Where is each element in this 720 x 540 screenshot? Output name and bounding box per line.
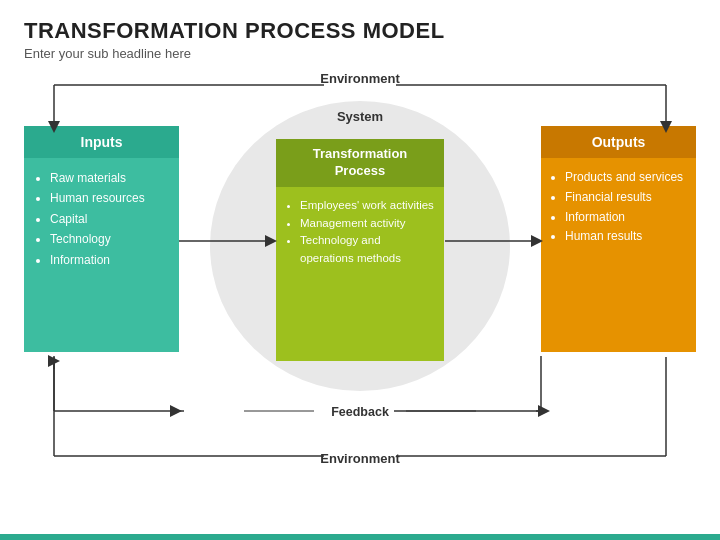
- inputs-header: Inputs: [24, 126, 179, 158]
- outputs-header: Outputs: [541, 126, 696, 158]
- list-item: Financial results: [565, 188, 686, 208]
- list-item: Raw materials: [50, 168, 169, 188]
- list-item: Technology: [50, 229, 169, 249]
- diagram: System Inputs Raw materials Human resour…: [24, 71, 696, 471]
- list-item: Capital: [50, 209, 169, 229]
- page-title: TRANSFORMATION PROCESS MODEL: [24, 18, 696, 44]
- list-item: Information: [565, 208, 686, 228]
- inputs-list: Raw materials Human resources Capital Te…: [40, 168, 169, 270]
- transformation-header: Transformation Process: [276, 139, 444, 187]
- outputs-box: Outputs Products and services Financial …: [541, 126, 696, 356]
- transformation-box: Transformation Process Employees' work a…: [276, 139, 444, 359]
- feedback-label: Feedback: [331, 405, 389, 419]
- svg-text:Environment: Environment: [320, 451, 400, 466]
- transformation-body: Employees' work activities Management ac…: [276, 187, 444, 361]
- outputs-body: Products and services Financial results …: [541, 158, 696, 352]
- system-label: System: [337, 109, 383, 124]
- list-item: Information: [50, 250, 169, 270]
- list-item: Technology and operations methods: [300, 232, 434, 268]
- outputs-list: Products and services Financial results …: [555, 168, 686, 247]
- list-item: Products and services: [565, 168, 686, 188]
- page: TRANSFORMATION PROCESS MODEL Enter your …: [0, 0, 720, 540]
- inputs-body: Raw materials Human resources Capital Te…: [24, 158, 179, 352]
- list-item: Human resources: [50, 188, 169, 208]
- list-item: Employees' work activities: [300, 197, 434, 215]
- list-item: Management activity: [300, 215, 434, 233]
- svg-text:Environment: Environment: [320, 71, 400, 86]
- bottom-bar: [0, 534, 720, 540]
- transformation-list: Employees' work activities Management ac…: [290, 197, 434, 268]
- page-subtitle: Enter your sub headline here: [24, 46, 696, 61]
- inputs-box: Inputs Raw materials Human resources Cap…: [24, 126, 179, 356]
- list-item: Human results: [565, 227, 686, 247]
